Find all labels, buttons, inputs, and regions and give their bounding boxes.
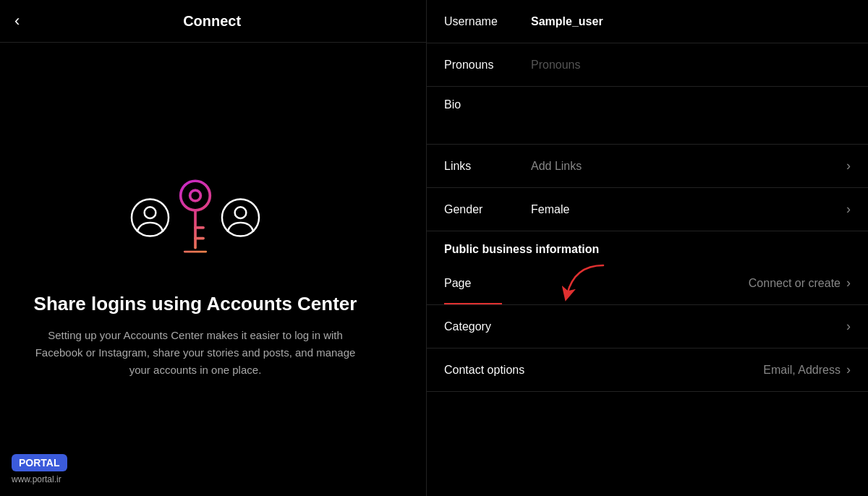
username-value: Sample_user xyxy=(531,15,851,28)
contact-row[interactable]: Contact options Email, Address › xyxy=(427,349,868,392)
category-chevron-icon: › xyxy=(846,319,851,334)
share-heading: Share logins using Accounts Center xyxy=(34,293,357,315)
page-row[interactable]: Page Connect or create › xyxy=(427,262,868,305)
portal-url: www.portal.ir xyxy=(12,474,67,484)
page-underline xyxy=(444,303,502,304)
portal-badge: PORTAL www.portal.ir xyxy=(12,454,67,484)
links-chevron-icon: › xyxy=(846,158,851,174)
key-icon xyxy=(166,174,224,261)
pronouns-row[interactable]: Pronouns Pronouns xyxy=(427,43,868,87)
page-value: Connect or create xyxy=(686,277,841,290)
pronouns-label: Pronouns xyxy=(444,59,531,72)
portal-label: PORTAL xyxy=(12,454,67,471)
bio-label: Bio xyxy=(444,98,531,111)
left-header: ‹ Connect xyxy=(0,0,426,43)
links-row[interactable]: Links Add Links › xyxy=(427,145,868,188)
left-panel: ‹ Connect xyxy=(0,0,427,496)
gender-row[interactable]: Gender Female › xyxy=(427,188,868,231)
page-title: Connect xyxy=(34,13,390,30)
share-description: Setting up your Accounts Center makes it… xyxy=(29,327,362,379)
page-label: Page xyxy=(444,277,531,290)
person-left-icon xyxy=(130,197,170,237)
gender-chevron-icon: › xyxy=(846,202,851,217)
links-label: Links xyxy=(444,160,531,173)
section-header: Public business information xyxy=(427,231,868,262)
left-content: Share logins using Accounts Center Setti… xyxy=(0,43,391,496)
gender-value: Female xyxy=(531,203,841,216)
contact-value: Email, Address xyxy=(531,364,841,377)
svg-point-1 xyxy=(145,207,156,218)
username-row: Username Sample_user xyxy=(427,0,868,43)
person-right-icon xyxy=(221,197,260,237)
svg-point-2 xyxy=(181,181,210,210)
svg-point-3 xyxy=(190,190,201,201)
back-button[interactable]: ‹ xyxy=(14,12,20,30)
page-chevron-icon: › xyxy=(846,275,851,291)
category-row[interactable]: Category › xyxy=(427,305,868,349)
username-label: Username xyxy=(444,15,531,28)
contact-chevron-icon: › xyxy=(846,362,851,377)
gender-label: Gender xyxy=(444,203,531,216)
red-arrow-icon xyxy=(553,262,618,305)
bio-row[interactable]: Bio xyxy=(427,87,868,145)
svg-point-9 xyxy=(235,207,247,218)
category-label: Category xyxy=(444,320,531,333)
contact-label: Contact options xyxy=(444,364,531,377)
pronouns-input[interactable]: Pronouns xyxy=(531,59,851,72)
right-panel: Username Sample_user Pronouns Pronouns B… xyxy=(427,0,868,496)
icon-group xyxy=(130,160,260,275)
links-placeholder: Add Links xyxy=(531,160,841,173)
